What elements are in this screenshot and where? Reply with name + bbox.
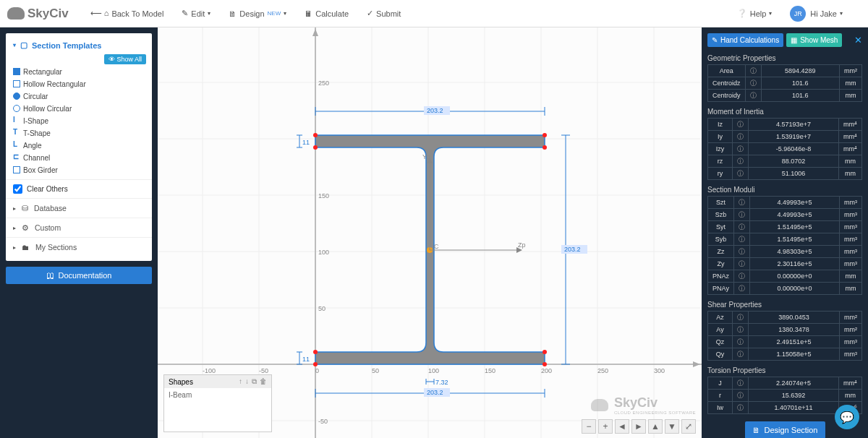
pan-left-button[interactable]: ◄ (615, 419, 629, 434)
info-icon[interactable]: ⓘ (734, 283, 750, 295)
svg-text:250: 250 (318, 80, 329, 87)
submit-button[interactable]: ✓ Submit (367, 9, 401, 18)
svg-text:100: 100 (428, 367, 439, 374)
documentation-button[interactable]: 🕮 Documentation (6, 267, 152, 284)
shapes-title: Shapes (169, 378, 193, 386)
prop-section-header: Section Moduli (707, 184, 862, 196)
tpl-rectangular[interactable]: Rectangular (6, 66, 152, 78)
info-icon[interactable]: ⓘ (733, 336, 749, 348)
info-icon[interactable]: ⓘ (734, 246, 750, 258)
svg-marker-17 (312, 29, 318, 36)
zoom-in-button[interactable]: + (598, 419, 613, 434)
svg-text:150: 150 (318, 192, 329, 199)
svg-point-41 (542, 362, 547, 366)
prop-section-header: Geometric Properties (707, 53, 862, 64)
svg-text:203.2: 203.2 (564, 246, 581, 253)
close-icon[interactable]: ✕ (854, 35, 862, 46)
tpl-circular[interactable]: Circular (6, 90, 152, 103)
info-icon[interactable]: ⓘ (734, 270, 750, 283)
design-menu[interactable]: 🗎 DesignNEW ▾ (229, 9, 286, 18)
copy-icon[interactable]: ⧉ (252, 377, 257, 386)
zoom-controls: − + ◄ ► ▲ ▼ ⤢ (582, 419, 696, 434)
pan-up-button[interactable]: ▲ (648, 419, 663, 434)
sidebar-left: ▾▢Section Templates 👁 Show All Rectangul… (0, 27, 158, 438)
watermark: SkyCiv CLOUD ENGINEERING SOFTWARE (591, 395, 696, 415)
svg-text:0: 0 (315, 367, 319, 374)
info-icon[interactable]: ⓘ (733, 131, 749, 143)
shapes-list[interactable]: I-Beam (164, 388, 271, 431)
info-icon[interactable]: ⓘ (745, 90, 761, 102)
tpl-hollow-circular[interactable]: Hollow Circular (6, 103, 152, 115)
canvas[interactable]: -100 -50 0 50 100 150 200 250 300 250 20… (158, 27, 702, 438)
cloud-icon (7, 7, 25, 20)
database-section[interactable]: ▸ ⛁ Database (6, 198, 152, 218)
info-icon[interactable]: ⓘ (734, 221, 750, 233)
shapes-panel: Shapes ↑ ↓ ⧉ 🗑 I-Beam (163, 374, 272, 432)
tpl-t-shape[interactable]: T-Shape (6, 127, 152, 139)
list-item[interactable]: I-Beam (169, 391, 267, 399)
delete-icon[interactable]: 🗑 (260, 377, 267, 386)
help-menu[interactable]: ❔ Help ▾ (737, 9, 773, 18)
edit-menu[interactable]: ✎ Edit ▾ (182, 9, 210, 18)
svg-text:200: 200 (541, 367, 552, 374)
info-icon[interactable]: ⓘ (733, 143, 749, 155)
zoom-out-button[interactable]: − (582, 419, 596, 434)
tpl-box-girder[interactable]: Box Girder (6, 164, 152, 176)
info-icon[interactable]: ⓘ (733, 168, 749, 180)
show-mesh-button[interactable]: ▦ Show Mesh (786, 33, 842, 47)
table-row: Ayⓘ1380.3478mm² (708, 324, 862, 336)
back-to-model-link[interactable]: ⟵ ⌂ Back To Model (90, 9, 164, 18)
info-icon[interactable]: ⓘ (733, 312, 749, 324)
calculate-button[interactable]: 🖩 Calculate (305, 9, 349, 18)
hand-calculations-button[interactable]: ✎ Hand Calculations (707, 33, 783, 47)
pan-right-button[interactable]: ► (631, 419, 646, 434)
info-icon[interactable]: ⓘ (734, 197, 750, 209)
tpl-hollow-rectangular[interactable]: Hollow Rectangular (6, 78, 152, 90)
info-icon[interactable]: ⓘ (733, 324, 749, 336)
clear-others-input[interactable] (13, 184, 22, 194)
table-row: Izyⓘ-5.96046e-8mm⁴ (708, 143, 862, 155)
pan-down-button[interactable]: ▼ (665, 419, 679, 434)
my-sections[interactable]: ▸ 🖿 My Sections (6, 237, 152, 257)
info-icon[interactable]: ⓘ (733, 402, 749, 414)
chat-icon[interactable]: 💬 (835, 405, 859, 429)
custom-section[interactable]: ▸ ⚙ Custom (6, 218, 152, 237)
info-icon[interactable]: ⓘ (734, 258, 750, 270)
svg-point-37 (542, 145, 547, 150)
svg-text:-50: -50 (259, 367, 268, 374)
svg-text:-100: -100 (203, 367, 216, 374)
svg-text:203.2: 203.2 (427, 107, 443, 114)
info-icon[interactable]: ⓘ (733, 155, 749, 168)
prop-table: Izⓘ4.57193e+7mm⁴Iyⓘ1.53919e+7mm⁴Izyⓘ-5.9… (707, 118, 862, 180)
table-row: rzⓘ88.0702mm (708, 155, 862, 168)
tpl-channel[interactable]: Channel (6, 152, 152, 164)
info-icon[interactable]: ⓘ (734, 209, 750, 221)
info-icon[interactable]: ⓘ (734, 233, 750, 246)
tpl-i-shape[interactable]: I-Shape (6, 115, 152, 127)
info-icon[interactable]: ⓘ (745, 77, 761, 90)
design-section-button[interactable]: 🗎 Design Section (745, 421, 825, 438)
table-row: Szbⓘ4.49993e+5mm³ (708, 209, 862, 221)
clear-others-checkbox[interactable]: Clear Others (6, 179, 152, 198)
info-icon[interactable]: ⓘ (733, 377, 749, 390)
info-icon[interactable]: ⓘ (745, 65, 761, 77)
info-icon[interactable]: ⓘ (733, 390, 749, 402)
show-all-button[interactable]: 👁 Show All (104, 54, 146, 64)
info-icon[interactable]: ⓘ (733, 119, 749, 131)
templates-header[interactable]: ▾▢Section Templates (6, 38, 152, 56)
move-up-icon[interactable]: ↑ (239, 377, 242, 386)
prop-section-header: Shear Properties (707, 299, 862, 311)
tpl-angle[interactable]: Angle (6, 139, 152, 152)
table-row: Areaⓘ5894.4289mm² (708, 65, 862, 77)
svg-point-39 (542, 350, 547, 354)
templates-panel: ▾▢Section Templates 👁 Show All Rectangul… (6, 33, 152, 261)
svg-text:-50: -50 (318, 418, 328, 425)
avatar[interactable]: JR (790, 6, 806, 22)
user-menu[interactable]: Hi Jake ▾ (810, 9, 843, 18)
table-row: Sytⓘ1.51495e+5mm³ (708, 221, 862, 233)
move-down-icon[interactable]: ↓ (245, 377, 249, 386)
fit-button[interactable]: ⤢ (681, 419, 696, 434)
prop-table: Areaⓘ5894.4289mm²Centroidzⓘ101.6mmCentro… (707, 64, 862, 102)
info-icon[interactable]: ⓘ (733, 348, 749, 361)
table-row: Sztⓘ4.49993e+5mm³ (708, 197, 862, 209)
